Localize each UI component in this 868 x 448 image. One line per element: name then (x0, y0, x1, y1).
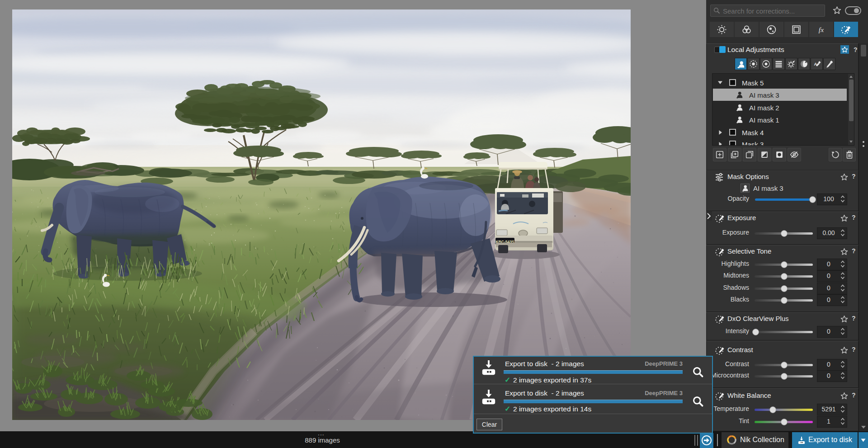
svg-text:fx: fx (819, 26, 824, 33)
